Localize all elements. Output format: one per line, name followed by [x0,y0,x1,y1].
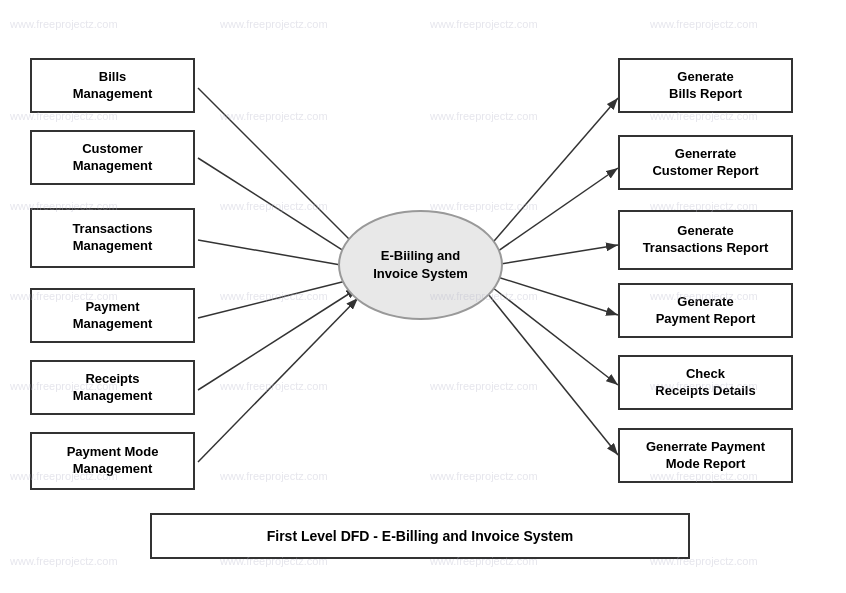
generate-payment-mode-report-node: Generrate PaymentMode Report [618,428,793,483]
watermark-14: www.freeprojectz.com [220,290,328,302]
svg-line-5 [198,288,358,390]
check-receipts-details-node: CheckReceipts Details [618,355,793,410]
bills-management-node: BillsManagement [30,58,195,113]
watermark-23: www.freeprojectz.com [430,470,538,482]
watermark-19: www.freeprojectz.com [430,380,538,392]
payment-mode-management-node: Payment ModeManagement [30,432,195,490]
watermark-11: www.freeprojectz.com [430,200,538,212]
watermark-7: www.freeprojectz.com [430,110,538,122]
watermark-4: www.freeprojectz.com [650,18,758,30]
svg-line-7 [488,98,618,248]
watermark-18: www.freeprojectz.com [220,380,328,392]
svg-line-3 [198,240,358,268]
center-ellipse: E-Biiling andInvoice System [338,210,503,320]
transactions-management-node: TransactionsManagement [30,208,195,268]
svg-line-4 [198,278,358,318]
generate-payment-report-node: GeneratePayment Report [618,283,793,338]
svg-line-2 [198,158,358,260]
generate-bills-report-node: GenerateBills Report [618,58,793,113]
svg-line-9 [488,245,618,266]
watermark-6: www.freeprojectz.com [220,110,328,122]
customer-management-node: CustomerManagement [30,130,195,185]
diagram-container: www.freeprojectz.com www.freeprojectz.co… [0,0,846,593]
watermark-10: www.freeprojectz.com [220,200,328,212]
svg-line-8 [488,168,618,258]
svg-line-12 [488,294,618,455]
diagram-title: First Level DFD - E-Billing and Invoice … [150,513,690,559]
watermark-3: www.freeprojectz.com [430,18,538,30]
svg-line-1 [198,88,358,248]
svg-line-10 [488,274,618,315]
watermark-25: www.freeprojectz.com [10,555,118,567]
watermark-22: www.freeprojectz.com [220,470,328,482]
watermark-1: www.freeprojectz.com [10,18,118,30]
payment-management-node: PaymentManagement [30,288,195,343]
svg-line-6 [198,298,358,462]
generate-customer-report-node: GenerrateCustomer Report [618,135,793,190]
receipts-management-node: ReceiptsManagement [30,360,195,415]
generate-transactions-report-node: GenerateTransactions Report [618,210,793,270]
svg-line-11 [488,284,618,385]
watermark-2: www.freeprojectz.com [220,18,328,30]
